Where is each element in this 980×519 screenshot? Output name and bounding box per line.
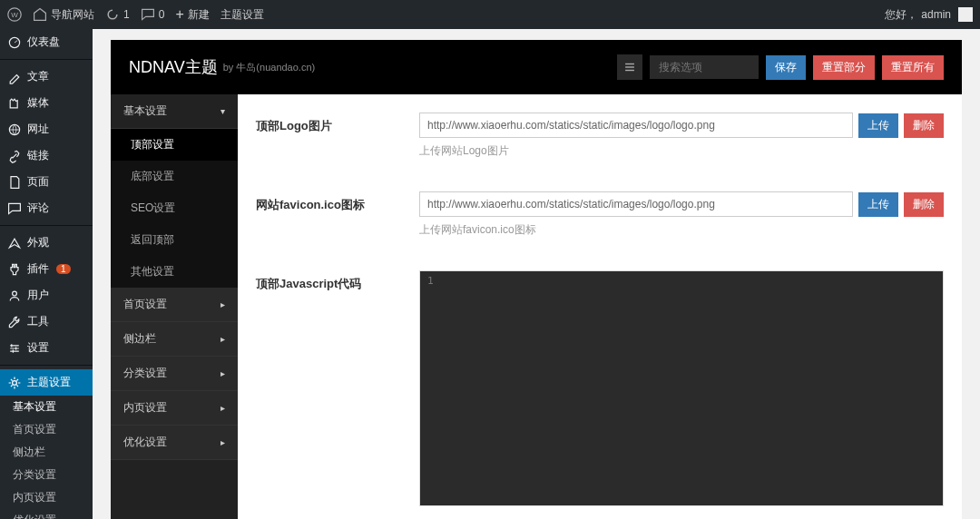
admin-menu: 仪表盘 文章 媒体 网址 链接 页面 评论 外观 插件1 用户 工具 设置 主题… xyxy=(0,29,93,519)
panel-subtitle: by 牛岛(nuandao.cn) xyxy=(223,61,316,74)
favicon-label: 网站favicon.ico图标 xyxy=(256,191,419,238)
svg-point-5 xyxy=(13,380,17,385)
menu-urls[interactable]: 网址 xyxy=(0,116,93,142)
theme-panel-body: 基本设置▾ 顶部设置 底部设置 SEO设置 返回顶部 其他设置 首页设置▸ 侧边… xyxy=(111,94,962,519)
site-name[interactable]: 导航网站 xyxy=(33,7,94,23)
favicon-delete-button[interactable]: 删除 xyxy=(904,192,944,217)
tab-bottom-settings[interactable]: 底部设置 xyxy=(111,161,238,192)
panel-title: NDNAV主题 xyxy=(129,56,218,78)
svg-rect-8 xyxy=(625,66,634,67)
logo-upload-button[interactable]: 上传 xyxy=(858,113,898,138)
favicon-help: 上传网站favicon.ico图标 xyxy=(419,222,944,238)
submenu-optimize[interactable]: 优化设置 xyxy=(0,509,93,519)
admin-bar: W 导航网站 1 0 +新建 主题设置 您好，admin xyxy=(0,0,980,29)
theme-panel-header: NDNAV主题 by 牛岛(nuandao.cn) 保存 重置部分 重置所有 xyxy=(111,40,962,94)
menu-posts[interactable]: 文章 xyxy=(0,64,93,90)
plugins-badge: 1 xyxy=(56,264,71,274)
theme-link[interactable]: 主题设置 xyxy=(220,7,264,23)
submenu-basic[interactable]: 基本设置 xyxy=(0,396,93,418)
logo-delete-button[interactable]: 删除 xyxy=(904,113,944,138)
updates-icon[interactable]: 1 xyxy=(105,7,130,22)
favicon-upload-button[interactable]: 上传 xyxy=(858,192,898,217)
tab-seo-settings[interactable]: SEO设置 xyxy=(111,192,238,224)
submenu-category[interactable]: 分类设置 xyxy=(0,464,93,486)
chevron-right-icon: ▸ xyxy=(220,403,225,413)
search-input[interactable] xyxy=(650,55,759,79)
content-area: NDNAV主题 by 牛岛(nuandao.cn) 保存 重置部分 重置所有 基… xyxy=(93,29,980,519)
svg-point-4 xyxy=(13,291,17,296)
chevron-right-icon: ▸ xyxy=(220,334,225,344)
new-link[interactable]: +新建 xyxy=(175,6,209,23)
menu-settings[interactable]: 设置 xyxy=(0,335,93,361)
tab-section-home[interactable]: 首页设置▸ xyxy=(111,288,238,322)
menu-pages[interactable]: 页面 xyxy=(0,169,93,195)
tab-other-settings[interactable]: 其他设置 xyxy=(111,256,238,288)
tab-section-sidebar[interactable]: 侧边栏▸ xyxy=(111,322,238,357)
menu-plugins[interactable]: 插件1 xyxy=(0,256,93,282)
menu-comments[interactable]: 评论 xyxy=(0,195,93,221)
menu-appearance[interactable]: 外观 xyxy=(0,230,93,256)
settings-tabs: 基本设置▾ 顶部设置 底部设置 SEO设置 返回顶部 其他设置 首页设置▸ 侧边… xyxy=(111,94,238,519)
tab-section-optimize[interactable]: 优化设置▸ xyxy=(111,426,238,460)
tab-section-inner[interactable]: 内页设置▸ xyxy=(111,391,238,426)
reset-all-button[interactable]: 重置所有 xyxy=(882,55,944,80)
js-code-editor[interactable]: 1 xyxy=(419,270,944,506)
menu-links[interactable]: 链接 xyxy=(0,142,93,169)
submenu-inner[interactable]: 内页设置 xyxy=(0,486,93,509)
tab-section-category[interactable]: 分类设置▸ xyxy=(111,357,238,391)
chevron-right-icon: ▸ xyxy=(220,437,225,447)
menu-media[interactable]: 媒体 xyxy=(0,90,93,116)
save-button[interactable]: 保存 xyxy=(766,55,806,80)
logo-help: 上传网站Logo图片 xyxy=(419,143,944,159)
menu-theme-settings[interactable]: 主题设置 xyxy=(0,369,93,396)
svg-rect-7 xyxy=(625,64,634,64)
tab-back-top[interactable]: 返回顶部 xyxy=(111,224,238,256)
logo-label: 顶部Logo图片 xyxy=(256,113,419,159)
chevron-right-icon: ▸ xyxy=(220,299,225,309)
tab-top-settings[interactable]: 顶部设置 xyxy=(111,129,238,161)
menu-users[interactable]: 用户 xyxy=(0,282,93,308)
chevron-right-icon: ▸ xyxy=(220,368,225,378)
menu-tools[interactable]: 工具 xyxy=(0,308,93,335)
user-greeting[interactable]: 您好，admin xyxy=(885,7,973,23)
js-label: 顶部Javascript代码 xyxy=(256,270,419,506)
favicon-url-input[interactable] xyxy=(419,191,853,217)
svg-text:W: W xyxy=(11,11,18,19)
chevron-down-icon: ▾ xyxy=(220,106,225,116)
comments-icon[interactable]: 0 xyxy=(141,7,165,22)
logo-url-input[interactable] xyxy=(419,113,853,138)
svg-rect-9 xyxy=(625,70,634,71)
menu-dashboard[interactable]: 仪表盘 xyxy=(0,29,93,55)
wp-logo[interactable]: W xyxy=(7,7,22,22)
reset-section-button[interactable]: 重置部分 xyxy=(813,55,875,80)
tab-section-basic[interactable]: 基本设置▾ xyxy=(111,94,238,129)
settings-panel: 顶部Logo图片 上传 删除 上传网站Logo图片 网站favicon.ico图… xyxy=(238,94,962,519)
collapse-sections-button[interactable] xyxy=(617,54,642,80)
line-number: 1 xyxy=(427,275,434,287)
submenu-home[interactable]: 首页设置 xyxy=(0,418,93,441)
submenu-sidebar[interactable]: 侧边栏 xyxy=(0,441,93,464)
avatar xyxy=(958,7,973,22)
